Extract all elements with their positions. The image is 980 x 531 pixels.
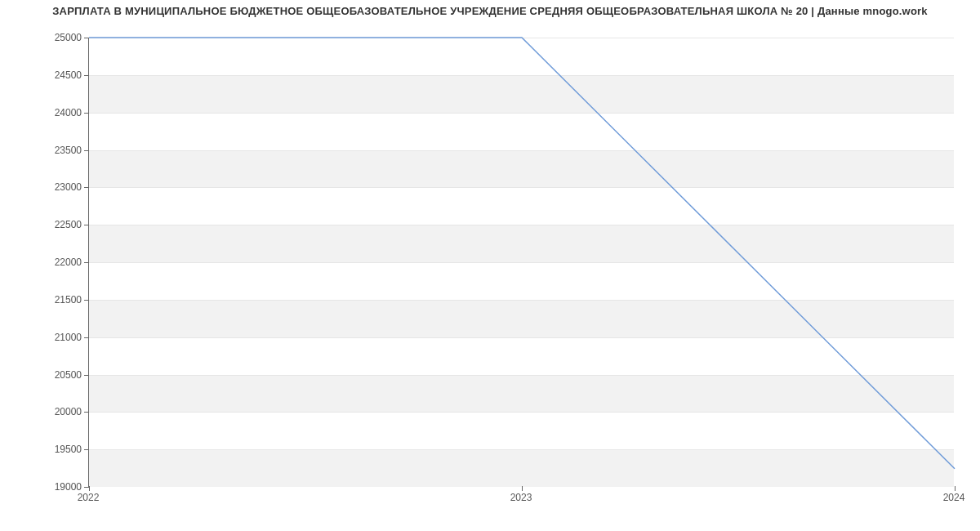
y-tick-label: 19000 — [16, 481, 82, 493]
y-tick-mark — [84, 375, 89, 376]
y-tick-mark — [84, 337, 89, 338]
x-tick-label: 2023 — [488, 492, 554, 503]
y-tick-label: 22500 — [16, 219, 82, 230]
y-tick-mark — [84, 150, 89, 151]
salary-series-line — [89, 38, 955, 469]
chart-container: ЗАРПЛАТА В МУНИЦИПАЛЬНОЕ БЮДЖЕТНОЕ ОБЩЕО… — [0, 0, 980, 531]
y-tick-label: 24500 — [16, 69, 82, 81]
series-line-layer — [89, 38, 954, 486]
y-tick-mark — [84, 113, 89, 114]
y-tick-label: 19500 — [16, 444, 82, 455]
y-tick-label: 23500 — [16, 145, 82, 156]
y-tick-label: 20500 — [16, 369, 82, 381]
x-tick-mark — [522, 486, 523, 491]
y-tick-mark — [84, 187, 89, 188]
x-tick-label: 2024 — [921, 492, 980, 503]
y-tick-mark — [84, 412, 89, 413]
y-tick-mark — [84, 225, 89, 225]
y-tick-label: 22000 — [16, 257, 82, 268]
chart-title: ЗАРПЛАТА В МУНИЦИПАЛЬНОЕ БЮДЖЕТНОЕ ОБЩЕО… — [0, 5, 980, 17]
y-tick-label: 25000 — [16, 32, 82, 43]
y-tick-label: 21500 — [16, 294, 82, 306]
y-tick-label: 24000 — [16, 107, 82, 118]
y-tick-mark — [84, 449, 89, 450]
y-tick-label: 21000 — [16, 332, 82, 343]
x-tick-mark — [955, 486, 956, 491]
x-tick-mark — [89, 486, 90, 491]
plot-area — [88, 38, 954, 487]
x-tick-label: 2022 — [56, 492, 121, 503]
y-tick-mark — [84, 300, 89, 301]
y-tick-label: 20000 — [16, 406, 82, 417]
y-tick-mark — [84, 38, 89, 38]
y-tick-label: 23000 — [16, 181, 82, 193]
y-tick-mark — [84, 75, 89, 76]
y-tick-mark — [84, 262, 89, 263]
